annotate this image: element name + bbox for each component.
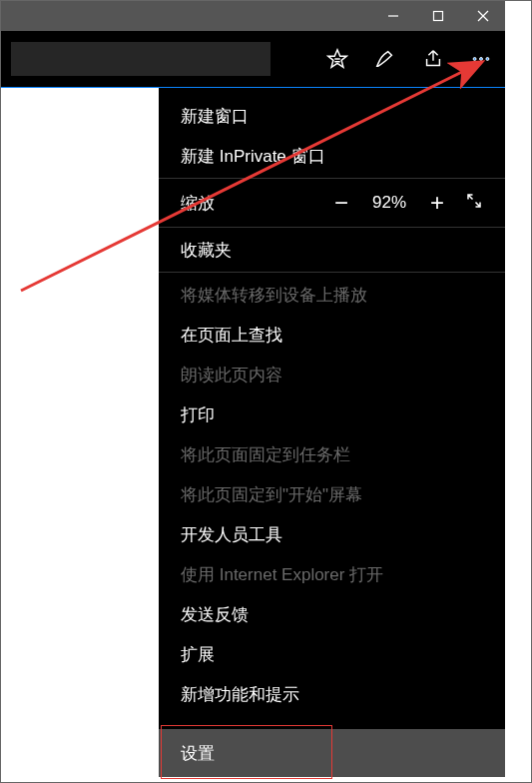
menu-favorites[interactable]: 收藏夹	[159, 230, 505, 270]
minimize-button[interactable]	[370, 1, 415, 31]
maximize-button[interactable]	[415, 1, 460, 31]
menu-devtools[interactable]: 开发人员工具	[159, 514, 505, 554]
menu-read-aloud: 朗读此页内容	[159, 355, 505, 394]
menu-settings[interactable]: 设置	[159, 729, 505, 777]
close-button[interactable]	[460, 1, 505, 31]
zoom-value: 92%	[361, 193, 417, 213]
svg-point-7	[473, 58, 476, 61]
address-bar[interactable]	[11, 42, 270, 76]
menu-pin-taskbar: 将此页面固定到任务栏	[159, 434, 505, 474]
window-titlebar	[1, 1, 505, 31]
zoom-in-button[interactable]: +	[417, 189, 457, 217]
menu-zoom-row: 缩放 − 92% +	[159, 181, 505, 225]
bottom-padding	[1, 777, 505, 782]
right-padding	[505, 1, 531, 782]
more-menu: 新建窗口 新建 InPrivate 窗口 缩放 − 92% + 收藏夹 将媒体转…	[159, 88, 505, 777]
menu-find[interactable]: 在页面上查找	[159, 315, 505, 355]
menu-separator	[159, 227, 505, 228]
menu-whats-new[interactable]: 新增功能和提示	[159, 674, 505, 714]
menu-open-ie: 使用 Internet Explorer 打开	[159, 554, 505, 594]
menu-print[interactable]: 打印	[159, 394, 505, 434]
menu-feedback[interactable]: 发送反馈	[159, 594, 505, 634]
menu-cast: 将媒体转移到设备上播放	[159, 275, 505, 315]
screenshot-stage: 新建窗口 新建 InPrivate 窗口 缩放 − 92% + 收藏夹 将媒体转…	[0, 0, 532, 783]
favorites-icon[interactable]	[313, 31, 361, 87]
menu-separator	[159, 272, 505, 273]
share-icon[interactable]	[409, 31, 457, 87]
browser-toolbar	[1, 31, 505, 89]
notes-icon[interactable]	[361, 31, 409, 87]
menu-separator	[159, 178, 505, 179]
fullscreen-icon[interactable]	[457, 192, 491, 215]
more-icon[interactable]	[457, 31, 505, 87]
zoom-out-button[interactable]: −	[321, 189, 361, 217]
menu-new-inprivate[interactable]: 新建 InPrivate 窗口	[159, 136, 505, 176]
menu-extensions[interactable]: 扩展	[159, 634, 505, 674]
svg-rect-1	[433, 12, 442, 21]
menu-pin-start: 将此页固定到"开始"屏幕	[159, 474, 505, 514]
svg-point-9	[486, 58, 489, 61]
content-area: 新建窗口 新建 InPrivate 窗口 缩放 − 92% + 收藏夹 将媒体转…	[1, 88, 505, 777]
zoom-label: 缩放	[181, 192, 215, 215]
menu-new-window[interactable]: 新建窗口	[159, 96, 505, 136]
svg-point-8	[480, 58, 483, 61]
page-area	[1, 88, 159, 777]
